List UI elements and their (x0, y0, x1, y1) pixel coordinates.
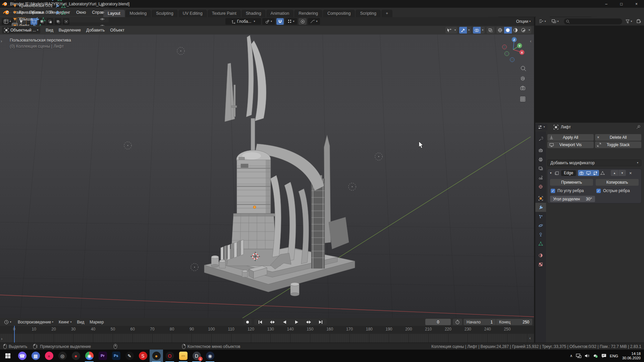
app-icon[interactable]: S (139, 352, 147, 360)
frame-end-field[interactable]: Конец 250 (496, 319, 532, 325)
taskbar-app[interactable]: ● (150, 350, 163, 362)
network-icon[interactable] (576, 354, 581, 358)
outliner-search-input[interactable] (564, 18, 622, 24)
app-icon[interactable]: ☎ (18, 352, 26, 360)
add-modifier-dropdown[interactable]: Добавить модификатор ▾ (547, 160, 641, 166)
hide-eye-icon[interactable] (100, 17, 105, 21)
pin-icon[interactable] (636, 125, 641, 129)
taskbar-app[interactable]: ☎ (15, 350, 29, 362)
modifier-apply-button[interactable]: Применить (550, 179, 593, 186)
toolbar-expand-arrow[interactable]: › (1, 39, 2, 44)
shading-solid-button[interactable] (504, 27, 512, 34)
split-angle-slider[interactable]: Угол разделен 30° (550, 196, 595, 202)
gizmo-dropdown[interactable]: ▾ (459, 27, 471, 34)
workspace-tab[interactable]: Scripting (356, 10, 381, 17)
close-button[interactable]: × (629, 0, 644, 8)
move-modifier-up-button[interactable]: ▲ (611, 170, 618, 176)
timeline-collapse-arrow[interactable]: ‹ (529, 336, 531, 341)
overlays-dropdown[interactable]: ▾ (473, 27, 485, 34)
app-icon[interactable]: O (166, 352, 174, 360)
app-icon[interactable]: Pr (99, 352, 107, 360)
app-icon[interactable]: Ps (112, 352, 120, 360)
viewport-menu-item[interactable]: Выделение (56, 26, 84, 34)
volume-icon[interactable] (585, 354, 590, 358)
app-icon[interactable]: ● (72, 352, 80, 360)
taskbar-app[interactable]: Ps (109, 350, 123, 362)
modifier-copy-button[interactable]: Копировать (596, 179, 639, 186)
app-icon[interactable]: ✎ (125, 352, 134, 360)
taskbar-app[interactable]: ● (42, 350, 56, 362)
sidebar-expand-arrow[interactable]: ‹ (530, 39, 531, 44)
tab-view-layer[interactable] (535, 164, 546, 173)
tab-modifiers[interactable] (535, 203, 546, 212)
play-reverse-button[interactable] (278, 319, 290, 325)
tab-texture[interactable] (535, 260, 546, 269)
tray-expand-chevron-icon[interactable]: ∧ (570, 354, 573, 358)
viewport-vis-button[interactable]: Viewport Vis (547, 141, 594, 148)
start-button[interactable] (0, 350, 15, 362)
shading-material-button[interactable] (512, 27, 520, 34)
app-icon[interactable]: ▭ (179, 352, 187, 360)
timeline-expand-arrow[interactable]: › (1, 336, 2, 341)
next-keyframe-button[interactable] (303, 319, 315, 325)
taskbar-app[interactable]: ● (69, 350, 83, 362)
modifier-oncage-toggle[interactable] (599, 170, 606, 176)
pan-hand-icon[interactable] (521, 76, 524, 80)
outliner-filter-id-dropdown[interactable]: ▾ (549, 18, 561, 25)
delete-all-button[interactable]: × Delete All (595, 134, 641, 141)
workspace-tab[interactable]: Texture Paint (208, 10, 241, 17)
viewport-3d[interactable]: Z Y X Пользовательская перспектива (0) К… (0, 35, 534, 318)
taskbar-app[interactable]: O (163, 350, 176, 362)
outliner-row[interactable]: КриваяБезье.001 (0, 2, 109, 9)
mesh-object-icon[interactable] (12, 10, 17, 15)
proportional-falloff-dropdown[interactable]: ▾ (308, 18, 320, 25)
app-icon[interactable]: ◉ (206, 352, 214, 360)
hide-eye-icon[interactable] (100, 3, 105, 8)
minimize-button[interactable]: – (599, 0, 614, 8)
editor-type-timeline-button[interactable]: ▾ (2, 319, 14, 325)
proportional-editing-button[interactable] (299, 18, 307, 25)
object-visibility-dropdown[interactable]: ▾ (445, 27, 457, 34)
jump-to-start-button[interactable] (254, 319, 266, 325)
timeline-track[interactable] (0, 334, 534, 343)
camera-view-icon[interactable] (521, 86, 525, 90)
laboratory-model[interactable] (204, 35, 355, 296)
workspace-tab[interactable]: Shading (241, 10, 266, 17)
modifier-realtime-toggle[interactable] (585, 170, 592, 176)
object-name[interactable]: КриваяБезье.001 (19, 3, 53, 8)
mesh-object-icon[interactable] (12, 3, 17, 8)
taskbar-app[interactable]: Pr (96, 350, 109, 362)
zoom-icon[interactable] (521, 66, 526, 71)
tab-scene[interactable] (535, 173, 546, 182)
workspace-tab[interactable]: Animation (266, 10, 294, 17)
tab-tool[interactable] (535, 134, 546, 143)
outliner-row[interactable]: Крыша (0, 16, 109, 22)
timeline-menu-playback[interactable]: Воспроизведение▾ (15, 319, 56, 325)
tab-object-data[interactable] (535, 239, 546, 248)
shading-rendered-button[interactable] (520, 27, 527, 34)
tab-constraints[interactable] (535, 230, 546, 239)
move-modifier-down-button[interactable]: ▼ (619, 170, 626, 176)
taskbar-app[interactable]: D 1 (190, 350, 203, 362)
timeline-menu-view[interactable]: Вид (74, 319, 87, 325)
editor-type-properties-button[interactable]: ▾ (535, 124, 547, 130)
tab-render[interactable] (535, 146, 546, 155)
app-icon[interactable]: ▦ (32, 352, 40, 360)
viewport-menu-item[interactable]: Вид (43, 26, 56, 34)
tab-output[interactable] (535, 155, 546, 164)
frame-start-field[interactable]: Начало 1 (464, 319, 496, 325)
outliner-row[interactable]: КриваяБезье.003 (0, 9, 109, 16)
taskbar-app[interactable]: S (136, 350, 150, 362)
app-icon[interactable]: ● (45, 352, 53, 360)
timeline-ruler[interactable]: 0102030405060708090100110120130140150160… (0, 326, 534, 334)
app-icon[interactable]: ◎ (58, 352, 67, 360)
mesh-object-icon[interactable] (12, 16, 17, 22)
navigation-gizmo[interactable]: Z Y X (502, 37, 525, 62)
edge-angle-checkbox[interactable]: ✓ По углу ребра (551, 188, 584, 193)
tab-particles[interactable] (535, 212, 546, 221)
workspace-tab[interactable]: Rendering (294, 10, 322, 17)
modifier-render-toggle[interactable] (578, 170, 585, 176)
outliner-display-mode-dropdown[interactable]: ▾ (537, 18, 548, 25)
tab-material[interactable] (535, 251, 546, 260)
object-name[interactable]: КриваяБезье.003 (19, 10, 53, 15)
